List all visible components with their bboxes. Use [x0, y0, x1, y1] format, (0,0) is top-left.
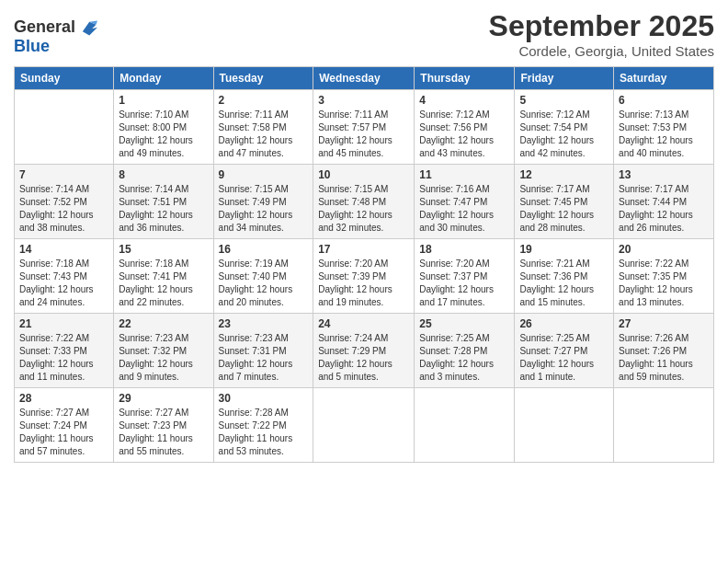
col-header-thursday: Thursday [415, 67, 515, 90]
day-info: Sunrise: 7:17 AMSunset: 7:45 PMDaylight:… [519, 183, 609, 235]
calendar-cell: 11Sunrise: 7:16 AMSunset: 7:47 PMDayligh… [415, 165, 515, 239]
day-number: 13 [619, 168, 709, 181]
calendar-cell [15, 90, 114, 165]
day-number: 18 [419, 243, 509, 256]
day-info: Sunrise: 7:28 AMSunset: 7:22 PMDaylight:… [219, 407, 309, 458]
day-number: 6 [619, 94, 709, 107]
calendar-cell: 17Sunrise: 7:20 AMSunset: 7:39 PMDayligh… [313, 239, 415, 314]
calendar-cell: 27Sunrise: 7:26 AMSunset: 7:26 PMDayligh… [614, 314, 714, 388]
calendar-cell: 18Sunrise: 7:20 AMSunset: 7:37 PMDayligh… [415, 239, 515, 314]
calendar-cell: 29Sunrise: 7:27 AMSunset: 7:23 PMDayligh… [114, 388, 213, 463]
day-info: Sunrise: 7:17 AMSunset: 7:44 PMDaylight:… [619, 183, 709, 235]
day-info: Sunrise: 7:16 AMSunset: 7:47 PMDaylight:… [419, 183, 509, 235]
calendar-cell: 4Sunrise: 7:12 AMSunset: 7:56 PMDaylight… [415, 90, 515, 165]
day-number: 25 [419, 317, 509, 330]
col-header-wednesday: Wednesday [313, 67, 415, 90]
calendar-cell: 10Sunrise: 7:15 AMSunset: 7:48 PMDayligh… [313, 165, 415, 239]
day-number: 3 [318, 94, 409, 107]
calendar-header-row: SundayMondayTuesdayWednesdayThursdayFrid… [15, 67, 714, 90]
day-number: 12 [519, 168, 609, 181]
calendar-cell: 26Sunrise: 7:25 AMSunset: 7:27 PMDayligh… [515, 314, 614, 388]
day-number: 14 [19, 243, 108, 256]
col-header-friday: Friday [515, 67, 614, 90]
header: General Blue September 2025 Cordele, Geo… [14, 9, 714, 59]
day-number: 11 [419, 168, 509, 181]
calendar-cell: 21Sunrise: 7:22 AMSunset: 7:33 PMDayligh… [15, 314, 114, 388]
calendar-cell: 14Sunrise: 7:18 AMSunset: 7:43 PMDayligh… [15, 239, 114, 314]
day-info: Sunrise: 7:12 AMSunset: 7:56 PMDaylight:… [419, 109, 509, 160]
title-area: September 2025 Cordele, Georgia, United … [489, 9, 714, 59]
calendar-cell: 2Sunrise: 7:11 AMSunset: 7:58 PMDaylight… [213, 90, 313, 165]
calendar-cell: 3Sunrise: 7:11 AMSunset: 7:57 PMDaylight… [313, 90, 415, 165]
day-number: 4 [419, 94, 509, 107]
calendar-cell: 30Sunrise: 7:28 AMSunset: 7:22 PMDayligh… [213, 388, 313, 463]
day-info: Sunrise: 7:21 AMSunset: 7:36 PMDaylight:… [519, 258, 609, 309]
week-row-2: 7Sunrise: 7:14 AMSunset: 7:52 PMDaylight… [15, 165, 714, 239]
day-number: 21 [19, 317, 108, 330]
calendar-cell: 12Sunrise: 7:17 AMSunset: 7:45 PMDayligh… [515, 165, 614, 239]
day-number: 10 [318, 168, 409, 181]
day-info: Sunrise: 7:26 AMSunset: 7:26 PMDaylight:… [619, 332, 709, 384]
day-info: Sunrise: 7:19 AMSunset: 7:40 PMDaylight:… [219, 258, 309, 309]
week-row-1: 1Sunrise: 7:10 AMSunset: 8:00 PMDaylight… [15, 90, 714, 165]
day-info: Sunrise: 7:25 AMSunset: 7:27 PMDaylight:… [519, 332, 609, 384]
calendar-cell: 5Sunrise: 7:12 AMSunset: 7:54 PMDaylight… [515, 90, 614, 165]
calendar-cell: 13Sunrise: 7:17 AMSunset: 7:44 PMDayligh… [614, 165, 714, 239]
day-number: 28 [19, 392, 108, 405]
day-info: Sunrise: 7:18 AMSunset: 7:41 PMDaylight:… [119, 258, 208, 309]
day-number: 27 [619, 317, 709, 330]
calendar-cell [515, 388, 614, 463]
day-number: 22 [119, 317, 208, 330]
day-info: Sunrise: 7:22 AMSunset: 7:33 PMDaylight:… [19, 332, 108, 384]
day-number: 5 [519, 94, 609, 107]
calendar-cell: 1Sunrise: 7:10 AMSunset: 8:00 PMDaylight… [114, 90, 213, 165]
day-number: 24 [318, 317, 409, 330]
day-info: Sunrise: 7:15 AMSunset: 7:49 PMDaylight:… [219, 183, 309, 235]
calendar-cell: 19Sunrise: 7:21 AMSunset: 7:36 PMDayligh… [515, 239, 614, 314]
day-info: Sunrise: 7:11 AMSunset: 7:57 PMDaylight:… [318, 109, 409, 160]
day-info: Sunrise: 7:20 AMSunset: 7:39 PMDaylight:… [318, 258, 409, 309]
calendar-cell [415, 388, 515, 463]
day-number: 15 [119, 243, 208, 256]
col-header-monday: Monday [114, 67, 213, 90]
day-info: Sunrise: 7:25 AMSunset: 7:28 PMDaylight:… [419, 332, 509, 384]
day-number: 16 [219, 243, 309, 256]
day-info: Sunrise: 7:12 AMSunset: 7:54 PMDaylight:… [519, 109, 609, 160]
day-info: Sunrise: 7:13 AMSunset: 7:53 PMDaylight:… [619, 109, 709, 160]
calendar-cell: 15Sunrise: 7:18 AMSunset: 7:41 PMDayligh… [114, 239, 213, 314]
day-number: 7 [19, 168, 108, 181]
month-title: September 2025 [489, 9, 714, 43]
day-number: 20 [619, 243, 709, 256]
logo-bird-icon [77, 17, 97, 37]
day-number: 23 [219, 317, 309, 330]
calendar-cell: 24Sunrise: 7:24 AMSunset: 7:29 PMDayligh… [313, 314, 415, 388]
col-header-sunday: Sunday [15, 67, 114, 90]
calendar-cell: 25Sunrise: 7:25 AMSunset: 7:28 PMDayligh… [415, 314, 515, 388]
day-number: 19 [519, 243, 609, 256]
day-info: Sunrise: 7:27 AMSunset: 7:24 PMDaylight:… [19, 407, 108, 458]
calendar: SundayMondayTuesdayWednesdayThursdayFrid… [14, 66, 714, 463]
day-info: Sunrise: 7:10 AMSunset: 8:00 PMDaylight:… [119, 109, 208, 160]
logo-general-text: General [14, 17, 75, 37]
calendar-cell: 16Sunrise: 7:19 AMSunset: 7:40 PMDayligh… [213, 239, 313, 314]
day-number: 1 [119, 94, 208, 107]
day-info: Sunrise: 7:27 AMSunset: 7:23 PMDaylight:… [119, 407, 208, 458]
week-row-3: 14Sunrise: 7:18 AMSunset: 7:43 PMDayligh… [15, 239, 714, 314]
calendar-cell: 23Sunrise: 7:23 AMSunset: 7:31 PMDayligh… [213, 314, 313, 388]
calendar-cell: 6Sunrise: 7:13 AMSunset: 7:53 PMDaylight… [614, 90, 714, 165]
day-info: Sunrise: 7:23 AMSunset: 7:32 PMDaylight:… [119, 332, 208, 384]
calendar-cell [614, 388, 714, 463]
col-header-saturday: Saturday [614, 67, 714, 90]
day-info: Sunrise: 7:14 AMSunset: 7:51 PMDaylight:… [119, 183, 208, 235]
calendar-cell: 22Sunrise: 7:23 AMSunset: 7:32 PMDayligh… [114, 314, 213, 388]
day-number: 17 [318, 243, 409, 256]
day-number: 8 [119, 168, 208, 181]
logo-blue-text: Blue [14, 37, 50, 56]
day-number: 9 [219, 168, 309, 181]
col-header-tuesday: Tuesday [213, 67, 313, 90]
calendar-cell: 28Sunrise: 7:27 AMSunset: 7:24 PMDayligh… [15, 388, 114, 463]
day-info: Sunrise: 7:15 AMSunset: 7:48 PMDaylight:… [318, 183, 409, 235]
day-info: Sunrise: 7:23 AMSunset: 7:31 PMDaylight:… [219, 332, 309, 384]
logo: General Blue [14, 17, 97, 56]
week-row-4: 21Sunrise: 7:22 AMSunset: 7:33 PMDayligh… [15, 314, 714, 388]
